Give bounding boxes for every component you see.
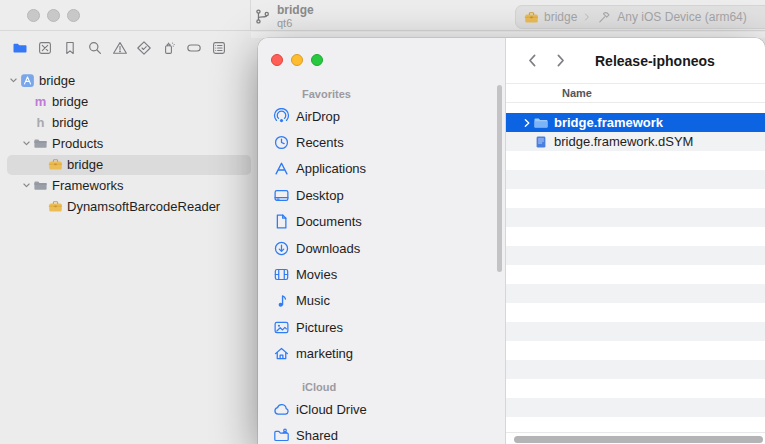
sidebar-item-label: Movies bbox=[296, 267, 337, 282]
airdrop-icon bbox=[273, 108, 290, 125]
navigator-tab-search-icon[interactable] bbox=[87, 40, 103, 56]
sidebar-item-desktop[interactable]: Desktop bbox=[258, 182, 505, 208]
navigator-tab-x-square-icon[interactable] bbox=[37, 40, 53, 56]
navigator-tab-tag-icon[interactable] bbox=[186, 40, 202, 56]
framework-icon bbox=[48, 157, 63, 172]
xcode-toolbar: bridge qt6 bridge Any iOS Device (arm64) bbox=[0, 0, 765, 31]
sidebar-item-music[interactable]: Music bbox=[258, 288, 505, 314]
shared-folder-icon bbox=[273, 427, 290, 444]
finder-window: FavoritesAirDropRecentsApplicationsDeskt… bbox=[258, 38, 765, 444]
section-gap bbox=[258, 367, 505, 381]
tree-item-bridge[interactable]: bridge bbox=[0, 154, 258, 175]
finder-zoom-button[interactable] bbox=[311, 54, 323, 66]
navigator-toggle-icon[interactable] bbox=[79, 7, 101, 24]
sidebar-item-label: marketing bbox=[296, 346, 353, 361]
chevron-down-icon[interactable] bbox=[21, 138, 33, 149]
finder-toolbar: Release-iphoneos bbox=[506, 38, 765, 84]
hammer-icon bbox=[597, 10, 612, 25]
list-stripe bbox=[506, 170, 765, 189]
tree-item-bridge[interactable]: mbridge bbox=[0, 91, 258, 112]
list-stripe bbox=[506, 322, 765, 341]
tree-item-products[interactable]: Products bbox=[0, 133, 258, 154]
navigator-tab-warning-icon[interactable] bbox=[112, 40, 128, 56]
destination-project: bridge bbox=[544, 10, 577, 24]
chevron-down-icon[interactable] bbox=[21, 180, 33, 191]
document-icon bbox=[273, 213, 290, 230]
list-stripe bbox=[506, 151, 765, 170]
chevron-down-icon[interactable] bbox=[8, 75, 20, 86]
project-icon bbox=[20, 73, 35, 88]
destination-device: Any iOS Device (arm64) bbox=[617, 10, 746, 24]
folder-gray-icon bbox=[33, 178, 48, 193]
music-note-icon bbox=[273, 292, 290, 309]
list-stripe bbox=[506, 303, 765, 322]
list-stripe bbox=[506, 379, 765, 398]
sidebar-item-label: Desktop bbox=[296, 188, 344, 203]
disclosure-chevron-icon[interactable] bbox=[521, 117, 533, 129]
sidebar-item-label: Documents bbox=[296, 214, 362, 229]
list-stripe bbox=[506, 360, 765, 379]
file-row-label: bridge.framework bbox=[554, 115, 663, 130]
tree-item-label: bridge bbox=[39, 73, 75, 88]
navigator-tab-bar bbox=[0, 36, 258, 60]
list-stripe bbox=[506, 246, 765, 265]
sidebar-item-downloads[interactable]: Downloads bbox=[258, 235, 505, 261]
column-header-name[interactable]: Name bbox=[506, 84, 765, 103]
navigator-tab-folder-tab-icon[interactable] bbox=[12, 40, 28, 56]
screen: bridge qt6 bridge Any iOS Device (arm64)… bbox=[0, 0, 765, 444]
sidebar-item-icloud-drive[interactable]: iCloud Drive bbox=[258, 396, 505, 422]
xcode-close-button[interactable] bbox=[27, 9, 40, 22]
file-list: bridge.frameworkbridge.framework.dSYM bbox=[506, 103, 765, 432]
navigator-tab-diamond-icon[interactable] bbox=[136, 40, 152, 56]
file-row-bridge-framework-dsym[interactable]: bridge.framework.dSYM bbox=[506, 132, 765, 151]
back-chevron-icon[interactable] bbox=[524, 52, 541, 69]
scheme-branch: qt6 bbox=[277, 17, 314, 29]
file-row-bridge-framework[interactable]: bridge.framework bbox=[506, 113, 765, 132]
destination-selector[interactable]: bridge Any iOS Device (arm64) bbox=[515, 5, 765, 29]
scheme-name: bridge bbox=[277, 4, 314, 17]
sidebar-item-label: iCloud Drive bbox=[296, 402, 367, 417]
photo-icon bbox=[273, 319, 290, 336]
finder-sidebar: FavoritesAirDropRecentsApplicationsDeskt… bbox=[258, 38, 505, 444]
sidebar-item-recents[interactable]: Recents bbox=[258, 129, 505, 155]
cloud-icon bbox=[273, 401, 290, 418]
tree-item-bridge[interactable]: hbridge bbox=[0, 112, 258, 133]
sidebar-item-label: Pictures bbox=[296, 320, 343, 335]
sidebar-section-header: iCloud bbox=[258, 381, 505, 396]
sidebar-item-airdrop[interactable]: AirDrop bbox=[258, 103, 505, 129]
finder-close-button[interactable] bbox=[271, 54, 283, 66]
sidebar-item-marketing[interactable]: marketing bbox=[258, 341, 505, 367]
list-stripe bbox=[506, 398, 765, 417]
sidebar-section-header: Favorites bbox=[258, 88, 505, 103]
tree-item-dynamsoftbarcodereader[interactable]: DynamsoftBarcodeReader bbox=[0, 196, 258, 217]
sidebar-item-documents[interactable]: Documents bbox=[258, 209, 505, 235]
horizontal-scrollbar-thumb[interactable] bbox=[514, 436, 763, 443]
scheme-selector[interactable]: bridge qt6 bbox=[254, 4, 314, 29]
sidebar-item-label: Shared bbox=[296, 428, 338, 443]
sidebar-item-label: Applications bbox=[296, 161, 366, 176]
list-stripe bbox=[506, 284, 765, 303]
sidebar-item-pictures[interactable]: Pictures bbox=[258, 314, 505, 340]
xcode-minimize-button[interactable] bbox=[47, 9, 60, 22]
home-icon bbox=[273, 345, 290, 362]
tree-item-label: DynamsoftBarcodeReader bbox=[67, 199, 220, 214]
sidebar-item-label: Music bbox=[296, 293, 330, 308]
tree-item-frameworks[interactable]: Frameworks bbox=[0, 175, 258, 196]
sidebar-item-shared[interactable]: Shared bbox=[258, 422, 505, 444]
navigator-tab-spray-icon[interactable] bbox=[161, 40, 177, 56]
sidebar-scrollbar[interactable] bbox=[497, 85, 502, 272]
tree-item-bridge[interactable]: bridge bbox=[0, 70, 258, 91]
folder-gray-icon bbox=[33, 136, 48, 151]
list-stripe bbox=[506, 341, 765, 360]
finder-minimize-button[interactable] bbox=[291, 54, 303, 66]
list-stripe bbox=[506, 265, 765, 284]
navigator-tab-list-icon[interactable] bbox=[211, 40, 227, 56]
sidebar-item-movies[interactable]: Movies bbox=[258, 261, 505, 287]
list-stripe bbox=[506, 227, 765, 246]
toolbar-divider bbox=[250, 0, 251, 31]
sidebar-item-applications[interactable]: Applications bbox=[258, 156, 505, 182]
navigator-tab-bookmark-icon[interactable] bbox=[62, 40, 78, 56]
play-icon[interactable] bbox=[225, 7, 242, 24]
forward-chevron-icon[interactable] bbox=[552, 52, 569, 69]
horizontal-scrollbar bbox=[506, 432, 765, 444]
